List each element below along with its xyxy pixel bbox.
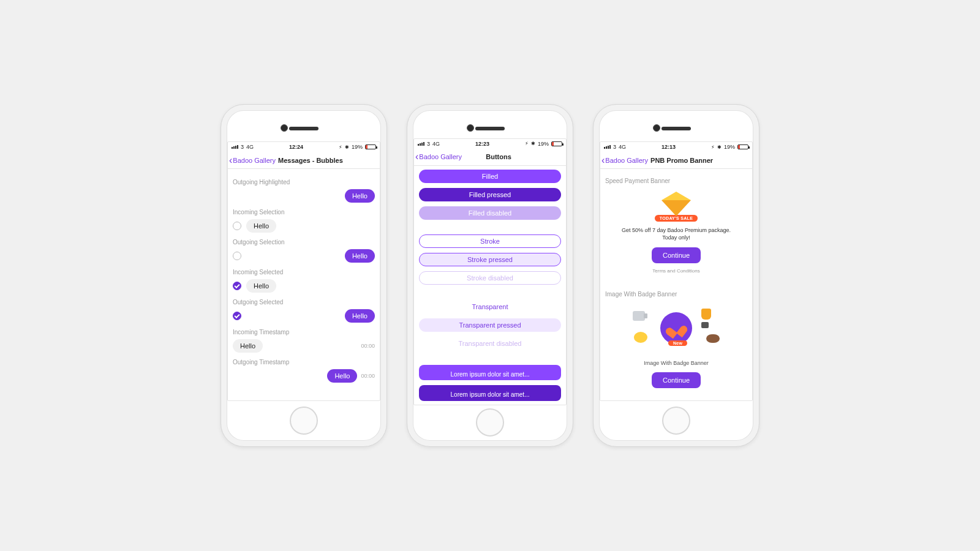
button-filled-disabled: Filled disabled: [419, 206, 561, 220]
bubble-outgoing[interactable]: Hello: [345, 249, 375, 263]
battery-percent: 19%: [724, 144, 735, 150]
signal-icon: [604, 145, 611, 149]
clock: 12:13: [628, 144, 709, 150]
promo-content: Speed Payment Banner TODAY'S SALE Get 50…: [600, 169, 752, 400]
section-incoming-selection: Incoming Selection: [233, 209, 375, 216]
bubble-incoming[interactable]: Hello: [246, 219, 276, 233]
select-radio-checked[interactable]: [233, 312, 241, 320]
home-button[interactable]: [476, 408, 504, 437]
collage-image: New: [630, 307, 722, 356]
button-transparent[interactable]: Transparent: [419, 300, 561, 313]
phone-frame-buttons: 3 4G 12:23 ⚡︎ ✱ 19% ‹ Badoo Gallery Butt…: [407, 104, 573, 447]
chevron-left-icon: ‹: [229, 156, 232, 165]
buttons-content: Filled Filled pressed Filled disabled St…: [414, 166, 566, 405]
speaker-icon: [662, 127, 691, 130]
button-filled-pressed[interactable]: Filled pressed: [419, 188, 561, 201]
bubble-incoming[interactable]: Hello: [233, 339, 263, 353]
back-button[interactable]: ‹ Badoo Gallery: [229, 156, 276, 165]
signal-icon: [418, 142, 424, 146]
diamond-icon: [662, 192, 691, 216]
battery-icon: [737, 144, 748, 149]
new-chip: New: [668, 340, 687, 346]
device-bottom-hardware: [413, 405, 567, 440]
section-image-badge: Image With Badge Banner: [605, 291, 747, 298]
bubble-outgoing[interactable]: Hello: [345, 189, 375, 203]
button-long-text[interactable]: Lorem ipsum dolor sit amet...: [419, 365, 561, 380]
promo-desc-line1: Get 50% off 7 day Badoo Premium package.: [622, 227, 731, 234]
home-button[interactable]: [662, 407, 690, 435]
speed-payment-banner: TODAY'S SALE Get 50% off 7 day Badoo Pre…: [605, 188, 747, 274]
bluetooth-icon: ✱: [531, 141, 535, 146]
row-in-ts: Hello 00:00: [233, 339, 375, 353]
carrier-label: 3: [241, 144, 244, 150]
signal-icon: [232, 145, 238, 149]
section-outgoing-selected: Outgoing Selected: [233, 299, 375, 305]
section-incoming-timestamp: Incoming Timestamp: [233, 329, 375, 335]
button-transparent-pressed[interactable]: Transparent pressed: [419, 318, 561, 332]
front-camera-icon: [653, 124, 660, 132]
battery-icon: [551, 141, 562, 146]
battery-percent: 19%: [538, 141, 549, 147]
clock: 12:23: [442, 141, 522, 147]
clock: 12:24: [256, 144, 336, 150]
select-radio[interactable]: [233, 222, 241, 230]
screen-buttons: 3 4G 12:23 ⚡︎ ✱ 19% ‹ Badoo Gallery Butt…: [413, 138, 567, 405]
continue-button[interactable]: Continue: [652, 247, 701, 263]
device-top-hardware: [413, 111, 567, 138]
home-button[interactable]: [290, 407, 318, 435]
messages-content: Outgoing Highlighted Hello Incoming Sele…: [228, 169, 380, 400]
button-filled[interactable]: Filled: [419, 170, 561, 183]
front-camera-icon: [281, 124, 288, 132]
button-stroke-disabled: Stroke disabled: [419, 271, 561, 285]
network-label: 4G: [246, 144, 254, 150]
row-in-selected: Hello: [233, 279, 375, 293]
nav-bar: ‹ Badoo Gallery Buttons: [414, 149, 566, 166]
row-out-hl: Hello: [233, 189, 375, 203]
section-outgoing-timestamp: Outgoing Timestamp: [233, 359, 375, 365]
carrier-label: 3: [613, 144, 616, 150]
battery-icon: [365, 144, 376, 149]
battery-percent: 19%: [352, 144, 363, 150]
bubble-incoming[interactable]: Hello: [246, 279, 276, 293]
network-label: 4G: [432, 141, 440, 147]
camera-icon: [633, 311, 645, 321]
trophy-icon: [701, 309, 711, 320]
banner-caption: Image With Badge Banner: [644, 360, 709, 366]
button-stroke-pressed[interactable]: Stroke pressed: [419, 253, 561, 266]
select-radio-checked[interactable]: [233, 282, 241, 290]
continue-button[interactable]: Continue: [652, 372, 701, 388]
back-label: Badoo Gallery: [605, 157, 648, 164]
device-bottom-hardware: [227, 401, 380, 440]
speaker-icon: [289, 127, 318, 130]
device-top-hardware: [600, 111, 753, 141]
network-label: 4G: [619, 144, 626, 150]
promo-description: Get 50% off 7 day Badoo Premium package.…: [622, 227, 731, 241]
chevron-left-icon: ‹: [415, 152, 418, 162]
bluetooth-icon: ✱: [717, 144, 722, 150]
section-incoming-selected: Incoming Selected: [233, 269, 375, 276]
image-badge-banner: New Image With Badge Banner Continue: [605, 301, 747, 388]
section-outgoing-highlighted: Outgoing Highlighted: [233, 179, 375, 186]
bolt-icon: ⚡︎: [339, 144, 342, 150]
page-title: PNB Promo Banner: [650, 157, 751, 164]
phone-frame-promo: 3 4G 12:13 ⚡︎ ✱ 19% ‹ Badoo Gallery PNB …: [593, 104, 760, 447]
heart-icon: [669, 321, 684, 335]
duck-icon: [634, 332, 647, 343]
terms-link[interactable]: Terms and Conditions: [652, 268, 699, 274]
screen-promo: 3 4G 12:13 ⚡︎ ✱ 19% ‹ Badoo Gallery PNB …: [600, 141, 753, 401]
promo-desc-line2: Today only!: [622, 234, 731, 241]
sticks-icon: [701, 322, 709, 328]
status-bar: 3 4G 12:13 ⚡︎ ✱ 19%: [600, 142, 752, 152]
speaker-icon: [475, 127, 505, 130]
screen-messages: 3 4G 12:24 ⚡︎ ✱ 19% ‹ Badoo Gallery Mess…: [227, 141, 380, 401]
back-button[interactable]: ‹ Badoo Gallery: [601, 156, 648, 165]
select-radio[interactable]: [233, 252, 241, 260]
bubble-outgoing[interactable]: Hello: [345, 309, 375, 323]
row-out-ts: Hello 00:00: [233, 369, 375, 383]
bubble-outgoing[interactable]: Hello: [327, 369, 357, 383]
bolt-icon: ⚡︎: [525, 141, 529, 146]
button-stroke[interactable]: Stroke: [419, 234, 561, 248]
nav-bar: ‹ Badoo Gallery Messages - Bubbles: [228, 152, 380, 169]
button-long-text-pressed[interactable]: Lorem ipsum dolor sit amet...: [419, 385, 561, 400]
row-out-sel: Hello: [233, 249, 375, 263]
